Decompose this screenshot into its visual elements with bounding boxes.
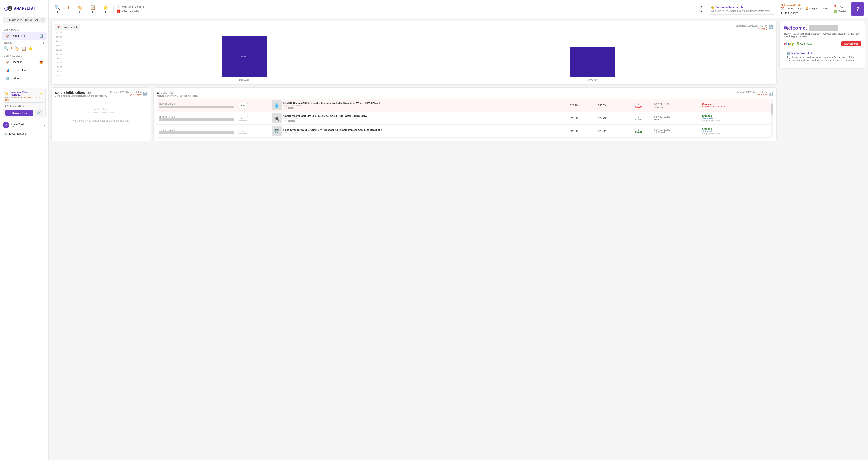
not-logged-label: Not Logged Today (781, 4, 828, 6)
gift-icon: 🎁 (39, 60, 43, 64)
stat-row-offers: 🎁 Offers Available 0 (116, 9, 702, 13)
dashboard-icon: 🏠 (5, 34, 9, 38)
offers-card: Send Eligible Offers (0) Send offers to … (51, 88, 151, 141)
welcome-card: Welcome, ████████ Stay on top of your bu… (779, 21, 865, 69)
user-info: Kevin Vogt EBAY_US (11, 123, 41, 128)
order-view-cell: View (236, 112, 270, 125)
sidebar-item-check-in[interactable]: 🏠 Check In 🎁 (2, 58, 46, 66)
product-image: 💧 (272, 100, 282, 110)
refresh-icon[interactable]: 🔄 (39, 34, 43, 38)
switch-daily-button[interactable]: 📅 Switch to Daily (55, 24, 81, 30)
chart-refresh-icon[interactable]: 🔄 (769, 25, 773, 29)
text-icon: T (67, 5, 70, 10)
offers-refresh-icon[interactable]: 🔄 (143, 91, 147, 96)
view-order-button[interactable]: View (238, 103, 248, 108)
tool-btn-file[interactable]: 📋 0 (88, 3, 98, 15)
orders-header: Orders (5) Manage and view your recent o… (157, 91, 773, 97)
finance-hub-label: Finance Hub (12, 69, 27, 72)
orders-subtitle: Manage and view your recent orders. (157, 94, 198, 97)
order-shipped-days: Shipped in N/A days (702, 132, 769, 135)
tool-btn-star[interactable]: ⭐ 0 (101, 3, 111, 15)
faqs-link[interactable]: ❓ FAQs (833, 5, 846, 8)
welcome-desc: Stay on top of your business! Connect yo… (784, 32, 861, 38)
order-view-cell: View (236, 99, 270, 112)
sidebar-item-dashboard[interactable]: 🏠 Dashboard 🔄 (2, 32, 46, 40)
order-qty-cell: 1 (556, 125, 568, 138)
trouble-desc: Try disconnecting and reconnecting your … (786, 56, 858, 61)
documentation-link[interactable]: 📖 Documentation (0, 130, 49, 137)
product-name: Head Strap for Oculus Quest 2 VR Headset… (283, 129, 382, 131)
orders-scrollbar[interactable] (772, 99, 773, 138)
offers-header: Send Eligible Offers (0) Send offers to … (55, 91, 147, 97)
longest-streak: 🏆 Longest: 0 Days (805, 7, 828, 10)
order-view-details-link[interactable]: View Details (702, 130, 769, 132)
tool-text-count: 0 (68, 10, 69, 13)
plan-name: 👑 Freemium Plan (monthly) ⚡ (5, 91, 43, 96)
disconnect-button[interactable]: Disconnect (841, 41, 861, 46)
tool-search-icon[interactable]: 🔍 (4, 46, 8, 51)
offers-available-value: 0 (701, 10, 702, 13)
topbar-divider-3 (778, 4, 778, 13)
chart-card: 📅 Switch to Daily Updated: 1/4/2025, 2:3… (51, 21, 777, 85)
order-view-cell: View (236, 125, 270, 138)
guides-link[interactable]: 📗 Guides (833, 9, 846, 13)
top-bar: 🔍 0 T 0 🏷️ 0 📋 0 ⭐ 0 (49, 0, 868, 18)
user-avatar: K (3, 122, 9, 128)
chart-updated: Updated: 1/4/2025, 2:34:56 PM (1 min ago… (736, 25, 767, 30)
tool-tag-count: 0 (79, 11, 81, 13)
order-view-details-link[interactable]: View Details (702, 117, 769, 120)
settings-label: Settings (12, 77, 22, 80)
offers-subtitle: Send offers to your potential buyers eff… (55, 94, 107, 97)
user-account[interactable]: K Kevin Vogt EBAY_US ▼ (0, 120, 49, 130)
sidebar-item-finance-hub[interactable]: 📊 Finance Hub (2, 66, 46, 74)
tool-btn-tag[interactable]: 🏷️ 0 (75, 3, 85, 15)
help-question-button[interactable]: ? (851, 2, 864, 16)
link-icon-button[interactable]: 🔗 (35, 109, 43, 116)
tool-btn-search[interactable]: 🔍 0 (52, 3, 62, 15)
tool-text-icon[interactable]: T (10, 46, 13, 51)
view-order-button[interactable]: View (238, 116, 248, 121)
account-selector[interactable]: ☰ Subcapsule - INDIVIDUAL ▼ (3, 17, 46, 23)
tool-btn-text[interactable]: T 0 (65, 4, 72, 14)
credits-progress-bg (5, 102, 43, 103)
view-order-button[interactable]: View (238, 129, 248, 134)
product-image: 🔌 (272, 113, 282, 123)
quick-access-section-label: QUICK ACCESS (0, 53, 49, 58)
chevron-down-icon: ▼ (42, 42, 45, 44)
orders-refresh-icon[interactable]: 🔄 (769, 91, 773, 96)
start-logging-button[interactable]: ▶ Start Logging (781, 11, 828, 14)
bottom-row: Send Eligible Offers (0) Send offers to … (51, 88, 777, 141)
chart-y-axis: $20.00$18.00$16.00$14.00$12.00$10.00$8.0… (55, 32, 63, 77)
play-icon: ▶ (781, 11, 783, 14)
welcome-title: Welcome, ████████ (784, 25, 861, 31)
tool-file-icon[interactable]: 📋 (21, 46, 26, 51)
tool-file-count: 0 (92, 11, 93, 13)
table-row: 11-12348-67600 Dilan Prenger View (157, 112, 771, 125)
plan-icon: 👑 (5, 92, 8, 95)
snap2list-logo-icon (4, 4, 12, 13)
chart-bar-nov-rect: 13.00 (570, 47, 615, 77)
order-profit-value: $0.00 (636, 105, 642, 108)
order-qty-cell: 1 (556, 99, 568, 112)
manage-plan-button[interactable]: Manage Plan (5, 110, 33, 116)
calendar-icon: 📅 (781, 7, 784, 10)
trophy-icon: 🏆 (805, 7, 809, 10)
guides-icon: 📗 (833, 9, 837, 13)
order-id-cell: 11-12348-67600 Dilan Prenger (157, 112, 236, 125)
right-panel: Welcome, ████████ Stay on top of your bu… (779, 21, 865, 457)
svg-point-0 (4, 7, 8, 10)
tag-icon: 🏷️ (77, 5, 83, 10)
logo-area: SNAP2LIST (0, 3, 49, 15)
tool-star-icon[interactable]: ⭐ (28, 46, 33, 51)
sidebar-item-settings[interactable]: ⚙️ Settings (2, 74, 46, 82)
plan-actions: Manage Plan 🔗 (5, 109, 43, 116)
no-items-label: No items found (88, 106, 114, 112)
chart-bar-dec-month: Dec 2024 (239, 78, 249, 81)
tools-section[interactable]: TOOLS ▼ (0, 40, 49, 45)
chart-header: 📅 Switch to Daily Updated: 1/4/2025, 2:3… (55, 24, 773, 30)
tool-tag-icon[interactable]: 🏷️ (14, 46, 20, 51)
account-icon: ☰ (5, 18, 8, 22)
orders-not-shipped-value: 0 (701, 5, 702, 8)
orders-updated: Updated: 1/4/2025, 2:35:06 PM (0 mins ag… (736, 91, 767, 96)
order-shipped-days: Shipped in N/A days (702, 120, 769, 122)
